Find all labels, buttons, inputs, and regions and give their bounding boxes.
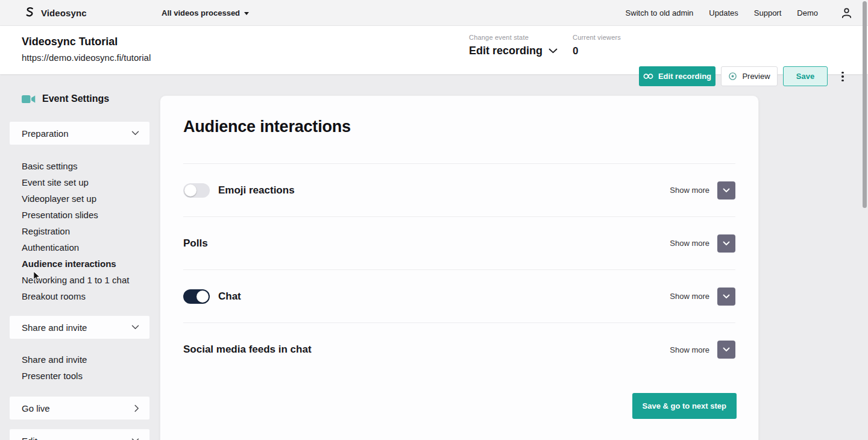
logo-s-icon [24, 7, 36, 19]
social-media-label: Social media feeds in chat [183, 344, 312, 356]
edit-recording-button[interactable]: Edit recording [639, 66, 715, 86]
emoji-reactions-toggle[interactable] [183, 183, 210, 198]
chevron-down-icon [723, 188, 730, 193]
settings-rows: Emoji reactions Show more Polls Show mor… [183, 163, 735, 376]
more-options-menu[interactable] [838, 68, 848, 86]
link-support[interactable]: Support [754, 8, 782, 17]
logo-text: Videosync [41, 8, 87, 18]
save-label: Save [796, 72, 814, 81]
section-preparation-label: Preparation [22, 128, 69, 139]
emoji-reactions-show-more[interactable]: Show more [670, 186, 709, 195]
chevron-down-icon [723, 241, 730, 246]
social-media-show-more[interactable]: Show more [670, 345, 709, 354]
share-items: Share and invite Presenter tools [22, 351, 149, 384]
sidebar-item-videoplayer-set-up[interactable]: Videoplayer set up [22, 190, 149, 207]
social-media-expand-button[interactable] [717, 341, 735, 359]
videosync-logo[interactable]: Videosync [24, 7, 87, 19]
section-edit-label: Edit [22, 436, 37, 440]
scrollbar-thumb[interactable] [863, 1, 867, 208]
sidebar-item-event-site-set-up[interactable]: Event site set up [22, 174, 149, 190]
link-demo[interactable]: Demo [797, 8, 818, 17]
sidebar-item-basic-settings[interactable]: Basic settings [22, 158, 149, 174]
preparation-items: Basic settings Event site set up Videopl… [22, 158, 149, 304]
chevron-down-icon [723, 294, 730, 299]
event-title: Videosync Tutorial [22, 36, 118, 48]
edit-recording-label: Edit recording [658, 72, 711, 81]
current-viewers-label: Current viewers [573, 34, 621, 41]
person-icon [841, 7, 852, 19]
account-button[interactable] [841, 7, 852, 19]
sidebar-item-registration[interactable]: Registration [22, 223, 149, 239]
sidebar-item-presenter-tools[interactable]: Presenter tools [22, 368, 149, 384]
chat-label: Chat [218, 291, 241, 303]
save-and-next-button[interactable]: Save & go to next step [632, 393, 737, 419]
sidebar-item-networking-1to1-chat[interactable]: Networking and 1 to 1 chat [22, 272, 149, 288]
sidebar-item-authentication[interactable]: Authentication [22, 239, 149, 256]
row-emoji-reactions: Emoji reactions Show more [183, 164, 735, 217]
polls-expand-button[interactable] [717, 234, 735, 253]
event-settings-title: Event Settings [42, 93, 109, 104]
chat-toggle[interactable] [183, 289, 210, 304]
section-share-label: Share and invite [22, 322, 87, 333]
videos-processed-dropdown[interactable]: All videos processed [162, 0, 249, 26]
link-switch-old-admin[interactable]: Switch to old admin [626, 8, 694, 17]
current-viewers-block: Current viewers 0 [573, 34, 621, 57]
row-polls: Polls Show more [183, 217, 735, 270]
emoji-reactions-label: Emoji reactions [218, 184, 295, 196]
link-updates[interactable]: Updates [709, 8, 738, 17]
section-share-and-invite[interactable]: Share and invite [10, 316, 149, 339]
audience-interactions-panel: Audience interactions Emoji reactions Sh… [160, 95, 759, 440]
sidebar-item-presentation-slides[interactable]: Presentation slides [22, 207, 149, 223]
current-viewers-value: 0 [573, 45, 621, 57]
polls-show-more[interactable]: Show more [670, 239, 709, 248]
recording-icon [643, 73, 653, 80]
event-state-label: Change event state [469, 34, 558, 41]
chevron-down-icon [131, 325, 139, 330]
row-chat: Chat Show more [183, 270, 735, 323]
event-state-value: Edit recording [469, 45, 542, 57]
section-edit[interactable]: Edit [10, 429, 149, 440]
row-social-media-feeds: Social media feeds in chat Show more [183, 323, 735, 376]
chat-expand-button[interactable] [717, 288, 735, 306]
top-bar: Videosync All videos processed Switch to… [0, 0, 868, 26]
chat-show-more[interactable]: Show more [670, 292, 709, 301]
section-go-live-label: Go live [22, 403, 50, 413]
chevron-down-icon [549, 48, 558, 54]
sidebar-item-share-and-invite[interactable]: Share and invite [22, 351, 149, 368]
event-state-dropdown[interactable]: Edit recording [469, 45, 558, 57]
chevron-down-icon [723, 347, 730, 352]
preview-label: Preview [742, 72, 770, 81]
sidebar-item-breakout-rooms[interactable]: Breakout rooms [22, 288, 149, 304]
preview-eye-icon [728, 72, 737, 81]
page-content: Event Settings Preparation Basic setting… [0, 74, 868, 440]
chevron-down-icon [131, 131, 139, 136]
videos-processed-label: All videos processed [162, 8, 240, 17]
event-header: Videosync Tutorial https://demo.videosyn… [0, 26, 868, 74]
chevron-right-icon [134, 404, 139, 412]
event-url[interactable]: https://demo.videosync.fi/tutorial [22, 52, 151, 63]
video-camera-icon [22, 95, 36, 104]
event-state-block: Change event state Edit recording [469, 34, 558, 57]
section-go-live[interactable]: Go live [10, 397, 149, 420]
page-title: Audience interactions [183, 118, 735, 136]
sidebar-item-audience-interactions[interactable]: Audience interactions [22, 256, 149, 272]
section-preparation[interactable]: Preparation [10, 122, 149, 145]
save-button[interactable]: Save [783, 66, 828, 86]
event-settings-header: Event Settings [22, 93, 109, 104]
polls-label: Polls [183, 237, 208, 250]
triangle-down-icon [244, 12, 249, 15]
topbar-links: Switch to old admin Updates Support Demo [626, 7, 852, 19]
preview-button[interactable]: Preview [721, 66, 778, 86]
emoji-reactions-expand-button[interactable] [717, 181, 735, 200]
